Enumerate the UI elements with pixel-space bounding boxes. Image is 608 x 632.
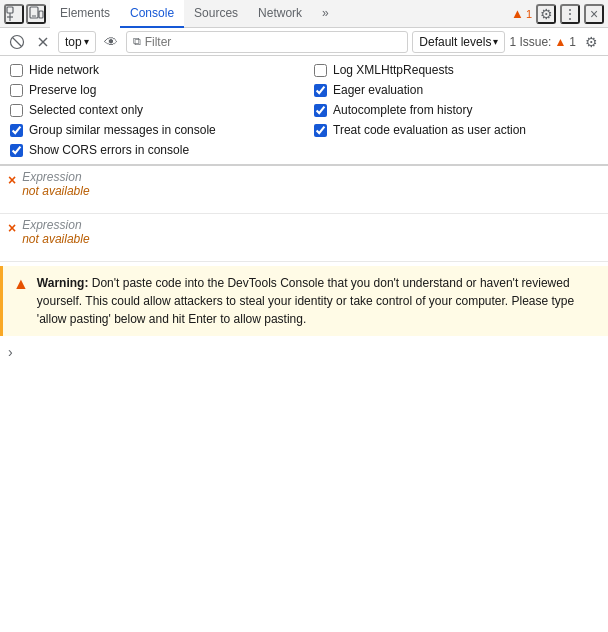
setting-selected-context[interactable]: Selected context only <box>0 100 304 120</box>
eager-eval-checkbox[interactable] <box>314 84 327 97</box>
expression-close-1[interactable]: × <box>8 172 16 188</box>
inspect-icon[interactable] <box>4 4 24 24</box>
log-xmlhttp-checkbox[interactable] <box>314 64 327 77</box>
expand-console-row[interactable]: › <box>0 340 608 364</box>
setting-autocomplete[interactable]: Autocomplete from history <box>304 100 608 120</box>
settings-gear-icon[interactable]: ⚙ <box>536 4 556 24</box>
setting-treat-code[interactable]: Treat code evaluation as user action <box>304 120 608 140</box>
setting-hide-network[interactable]: Hide network <box>0 60 304 80</box>
level-selector[interactable]: Default levels ▾ <box>412 31 505 53</box>
expression-close-2[interactable]: × <box>8 220 16 236</box>
settings-right-col: Log XMLHttpRequests Eager evaluation Aut… <box>304 56 608 164</box>
filter-icon: ⧉ <box>133 35 141 48</box>
chevron-down-icon: ▾ <box>84 36 89 47</box>
setting-log-xmlhttp[interactable]: Log XMLHttpRequests <box>304 60 608 80</box>
tab-bar-right: ▲ 1 ⚙ ⋮ × <box>511 4 604 24</box>
chevron-right-icon: › <box>8 344 13 360</box>
expression-value-2: not available <box>22 232 600 246</box>
tab-bar-icons <box>4 4 46 24</box>
expression-content-1: Expression not available <box>22 170 600 198</box>
settings-left-col: Hide network Preserve log Selected conte… <box>0 56 304 164</box>
show-cors-checkbox[interactable] <box>10 144 23 157</box>
console-settings-button[interactable]: ⚙ <box>580 31 602 53</box>
more-options-icon[interactable]: ⋮ <box>560 4 580 24</box>
warning-triangle-icon: ▲ <box>13 275 29 293</box>
preserve-log-checkbox[interactable] <box>10 84 23 97</box>
selected-context-checkbox[interactable] <box>10 104 23 117</box>
warning-box: ▲ Warning: Don't paste code into the Dev… <box>0 266 608 336</box>
context-selector[interactable]: top ▾ <box>58 31 96 53</box>
filter-box[interactable]: ⧉ <box>126 31 409 53</box>
tab-elements[interactable]: Elements <box>50 0 120 28</box>
warning-triangle-icon: ▲ <box>511 6 524 21</box>
issue-warning-icon: ▲ <box>554 35 566 49</box>
device-icon[interactable] <box>26 4 46 24</box>
svg-rect-0 <box>7 7 13 13</box>
tab-bar: Elements Console Sources Network » ▲ 1 ⚙… <box>0 0 608 28</box>
issue-indicator[interactable]: 1 Issue: ▲ 1 <box>509 35 576 49</box>
clear-button2[interactable] <box>32 31 54 53</box>
group-similar-checkbox[interactable] <box>10 124 23 137</box>
expression-row-2: × Expression not available <box>0 214 608 262</box>
settings-panel: Hide network Preserve log Selected conte… <box>0 56 608 165</box>
eye-icon[interactable]: 👁 <box>100 31 122 53</box>
level-chevron-icon: ▾ <box>493 36 498 47</box>
tab-network[interactable]: Network <box>248 0 312 28</box>
expression-value-1: not available <box>22 184 600 198</box>
issue-badge[interactable]: ▲ 1 <box>511 6 532 21</box>
toolbar: top ▾ 👁 ⧉ Default levels ▾ 1 Issue: ▲ 1 … <box>0 28 608 56</box>
setting-group-similar[interactable]: Group similar messages in console <box>0 120 304 140</box>
setting-eager-eval[interactable]: Eager evaluation <box>304 80 608 100</box>
hide-network-checkbox[interactable] <box>10 64 23 77</box>
autocomplete-checkbox[interactable] <box>314 104 327 117</box>
svg-rect-4 <box>39 11 43 18</box>
expression-row-1: × Expression not available <box>0 166 608 214</box>
tab-more[interactable]: » <box>312 0 339 28</box>
tab-sources[interactable]: Sources <box>184 0 248 28</box>
filter-input[interactable] <box>145 35 402 49</box>
close-devtools-icon[interactable]: × <box>584 4 604 24</box>
clear-console-button[interactable] <box>6 31 28 53</box>
warning-text: Warning: Don't paste code into the DevTo… <box>37 274 598 328</box>
treat-code-checkbox[interactable] <box>314 124 327 137</box>
tab-console[interactable]: Console <box>120 0 184 28</box>
expression-content-2: Expression not available <box>22 218 600 246</box>
setting-preserve-log[interactable]: Preserve log <box>0 80 304 100</box>
expression-label-2: Expression <box>22 218 600 232</box>
setting-show-cors[interactable]: Show CORS errors in console <box>0 140 304 160</box>
expression-label-1: Expression <box>22 170 600 184</box>
svg-line-7 <box>13 37 22 46</box>
